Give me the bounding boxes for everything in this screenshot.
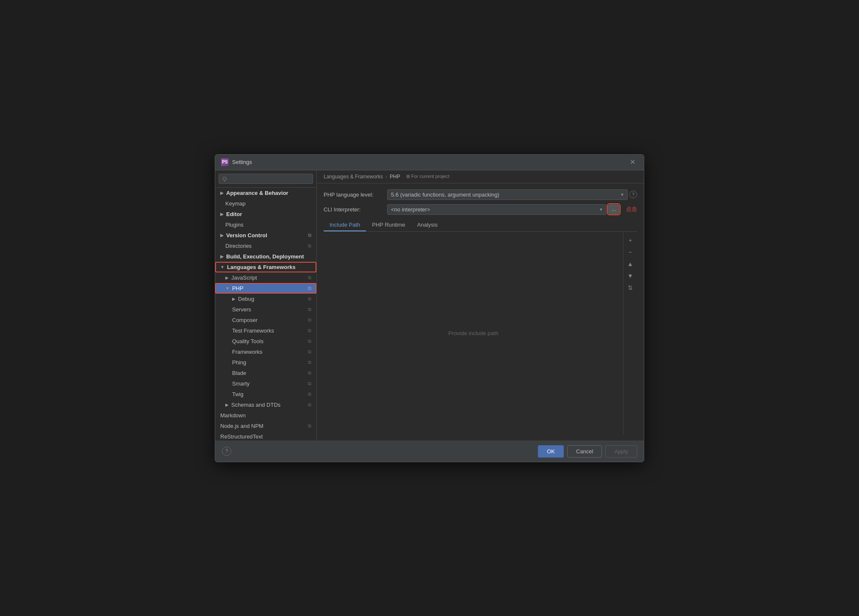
arrow-icon: ▶ [225, 402, 229, 407]
footer-left: ? [222, 447, 231, 456]
sidebar-item-label: Version Control [226, 232, 267, 239]
copy-icon: ⧉ [308, 402, 311, 408]
copy-icon: ⧉ [308, 296, 311, 302]
sidebar-item-javascript[interactable]: ▶ JavaScript ⧉ [215, 272, 316, 283]
sidebar-item-label: ReStructuredText [220, 433, 263, 440]
copy-icon: ⧉ [308, 243, 311, 249]
sidebar-item-label: Node.js and NPM [220, 423, 263, 429]
copy-icon: ⧉ [308, 339, 311, 344]
close-button[interactable]: ✕ [627, 158, 638, 166]
sidebar-item-label: Test Frameworks [232, 327, 274, 334]
arrow-icon: ▶ [220, 233, 224, 238]
sidebar-item-label: PHP [232, 285, 244, 291]
breadcrumb: Languages & Frameworks › PHP ⊞ For curre… [317, 170, 644, 183]
sidebar-item-label: Keymap [225, 200, 246, 207]
cli-interpreter-label: CLI Interpreter: [324, 206, 383, 213]
settings-panel: PHP language level: 5.6 (variadic functi… [317, 183, 644, 441]
help-icon[interactable]: ? [629, 191, 637, 198]
include-path-placeholder: Provide include path [324, 232, 623, 435]
breadcrumb-current: PHP [390, 174, 400, 180]
arrow-icon: ▶ [220, 254, 224, 259]
sidebar-item-label: Composer [232, 317, 258, 323]
search-input[interactable] [219, 174, 313, 184]
php-level-select[interactable]: 5.6 (variadic functions, argument unpack… [387, 189, 628, 200]
sidebar-item-label: Servers [232, 306, 251, 313]
cancel-button[interactable]: Cancel [567, 445, 602, 458]
copy-icon: ⧉ [308, 370, 311, 376]
sidebar-item-build[interactable]: ▶ Build, Execution, Deployment [215, 251, 316, 262]
php-level-control: 5.6 (variadic functions, argument unpack… [387, 189, 637, 200]
ok-button[interactable]: OK [538, 445, 564, 458]
sort-button[interactable]: ⇅ [625, 283, 635, 293]
breadcrumb-separator: › [385, 174, 387, 180]
copy-icon: ⧉ [308, 233, 311, 238]
dialog-title: Settings [232, 159, 252, 165]
cli-select-wrapper: <no interpreter> ▼ [387, 204, 607, 215]
sidebar-item-markdown[interactable]: Markdown [215, 410, 316, 421]
sidebar-item-test-frameworks[interactable]: Test Frameworks ⧉ [215, 325, 316, 336]
sidebar-item-servers[interactable]: Servers ⧉ [215, 304, 316, 315]
tab-content-include-path: Provide include path + − ▲ ▼ ⇅ [324, 232, 637, 435]
sidebar-item-label: Phing [232, 359, 246, 366]
sidebar-item-keymap[interactable]: Keymap [215, 198, 316, 209]
php-level-label: PHP language level: [324, 191, 383, 198]
copy-icon: ⧉ [308, 360, 311, 365]
footer: ? OK Cancel Apply [215, 441, 644, 462]
copy-icon: ⧉ [308, 275, 311, 280]
copy-icon: ⧉ [308, 286, 311, 291]
arrow-icon: ▶ [225, 275, 229, 280]
sidebar-item-languages[interactable]: ▼ Languages & Frameworks [215, 262, 316, 272]
arrow-icon: ▼ [225, 286, 230, 291]
sidebar-item-blade[interactable]: Blade ⧉ [215, 368, 316, 378]
copy-icon: ⧉ [308, 381, 311, 386]
settings-dialog: PS Settings ✕ ▶ Appearance & Behavior Ke… [215, 154, 644, 462]
sidebar-item-version-control[interactable]: ▶ Version Control ⧉ [215, 230, 316, 241]
arrow-icon: ▶ [220, 212, 224, 216]
move-down-button[interactable]: ▼ [625, 271, 635, 281]
remove-path-button[interactable]: − [625, 247, 635, 257]
title-bar-left: PS Settings [221, 158, 252, 166]
sidebar-item-composer[interactable]: Composer ⧉ [215, 315, 316, 325]
sidebar-item-label: Appearance & Behavior [226, 190, 288, 196]
sidebar-item-label: Smarty [232, 380, 249, 387]
sidebar-item-nodejs[interactable]: Node.js and NPM ⧉ [215, 421, 316, 431]
sidebar-item-quality-tools[interactable]: Quality Tools ⧉ [215, 336, 316, 347]
sidebar-item-editor[interactable]: ▶ Editor [215, 209, 316, 219]
tab-php-runtime[interactable]: PHP Runtime [366, 219, 411, 231]
help-button[interactable]: ? [222, 447, 231, 456]
sidebar-item-directories[interactable]: Directories ⧉ [215, 241, 316, 251]
sidebar-list: ▶ Appearance & Behavior Keymap ▶ Editor … [215, 188, 316, 441]
sidebar-item-label: Languages & Frameworks [227, 264, 296, 270]
sidebar-item-schemas[interactable]: ▶ Schemas and DTDs ⧉ [215, 400, 316, 410]
sidebar-item-phing[interactable]: Phing ⧉ [215, 357, 316, 368]
dialog-body: ▶ Appearance & Behavior Keymap ▶ Editor … [215, 170, 644, 441]
arrow-icon: ▶ [220, 191, 224, 195]
sidebar-item-restructured[interactable]: ReStructuredText [215, 431, 316, 441]
sidebar-item-smarty[interactable]: Smarty ⧉ [215, 378, 316, 389]
tab-analysis[interactable]: Analysis [411, 219, 443, 231]
cli-interpreter-control: <no interpreter> ▼ ... [387, 204, 619, 215]
sidebar-item-appearance[interactable]: ▶ Appearance & Behavior [215, 188, 316, 198]
copy-icon: ⧉ [308, 328, 311, 333]
sidebar-item-debug[interactable]: ▶ Debug ⧉ [215, 294, 316, 304]
tab-include-path[interactable]: Include Path [324, 219, 366, 231]
sidebar-item-label: Markdown [220, 412, 246, 419]
sidebar-item-php[interactable]: ▼ PHP ⧉ [215, 283, 316, 294]
footer-right: OK Cancel Apply [538, 445, 637, 458]
php-level-row: PHP language level: 5.6 (variadic functi… [324, 189, 637, 200]
copy-icon: ⧉ [308, 391, 311, 397]
main-content: Languages & Frameworks › PHP ⊞ For curre… [317, 170, 644, 441]
app-icon: PS [221, 158, 229, 166]
add-path-button[interactable]: + [625, 235, 635, 245]
annotation-text: 点击 [626, 205, 637, 213]
cli-interpreter-select[interactable]: <no interpreter> [387, 204, 607, 215]
move-up-button[interactable]: ▲ [625, 259, 635, 269]
sidebar-item-label: Frameworks [232, 349, 263, 355]
browse-button[interactable]: ... [608, 205, 619, 214]
sidebar-item-twig[interactable]: Twig ⧉ [215, 389, 316, 400]
apply-button[interactable]: Apply [605, 445, 637, 458]
sidebar-item-label: Editor [226, 211, 242, 217]
sidebar-item-frameworks[interactable]: Frameworks ⧉ [215, 347, 316, 357]
sidebar-item-label: Twig [232, 391, 244, 397]
sidebar-item-plugins[interactable]: Plugins [215, 219, 316, 230]
